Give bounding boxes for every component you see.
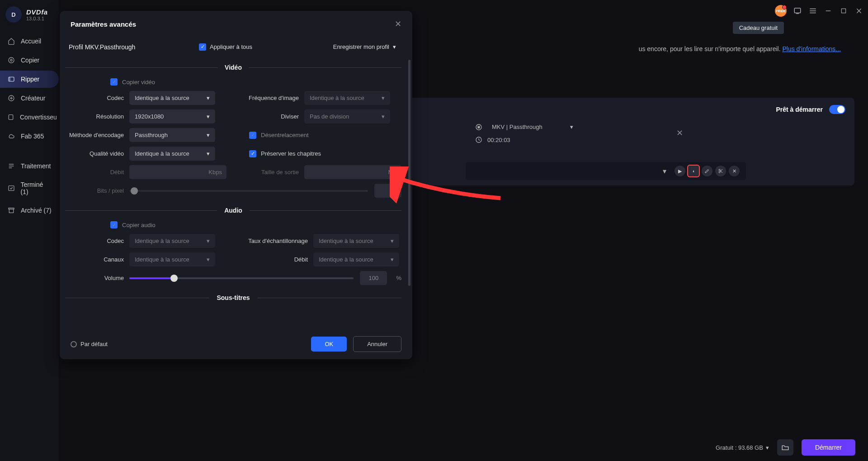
nav-label: Traitement xyxy=(21,162,51,170)
ready-toggle[interactable] xyxy=(829,105,845,114)
free-gift-icon[interactable]: FREE xyxy=(775,5,787,17)
item-actions: ▾ ▶ ✕ xyxy=(466,162,746,180)
svg-rect-1 xyxy=(841,9,845,13)
svg-point-3 xyxy=(10,59,12,61)
minimize-icon[interactable] xyxy=(824,6,833,15)
chevron-down-icon: ▾ xyxy=(382,113,385,120)
bits-pixel-label: Bits / pixel xyxy=(65,187,124,194)
output-folder-button[interactable] xyxy=(777,439,793,456)
save-profile-select[interactable]: Enregistrer mon profil▾ xyxy=(328,41,401,53)
preserve-chapters-checkbox[interactable]: ✓Préserver les chapitres xyxy=(249,150,321,157)
audio-codec-select[interactable]: Identique à la source▾ xyxy=(129,234,215,248)
section-audio: Audio xyxy=(224,207,242,214)
chevron-down-icon: ▾ xyxy=(391,238,394,244)
format-select[interactable]: MKV | Passthrough▾ xyxy=(487,122,578,132)
chevron-down-icon: ▾ xyxy=(570,124,573,130)
encode-method-select[interactable]: Passthrough▾ xyxy=(129,128,215,142)
sidebar-item-fab365[interactable]: Fab 365 xyxy=(0,128,59,145)
start-button[interactable]: Démarrer xyxy=(802,439,855,456)
default-radio[interactable]: Par défaut xyxy=(71,341,108,347)
remove-item-icon[interactable]: ✕ xyxy=(676,128,683,138)
expand-icon[interactable]: ▾ xyxy=(663,167,666,176)
video-codec-select[interactable]: Identique à la source▾ xyxy=(129,91,215,105)
resolution-select[interactable]: 1920x1080▾ xyxy=(129,109,215,124)
framerate-select[interactable]: Identique à la source▾ xyxy=(304,91,390,105)
modal-close-icon[interactable]: ✕ xyxy=(395,19,401,29)
profile-label: Profil MKV.Passthrough xyxy=(65,43,192,51)
ok-button[interactable]: OK xyxy=(311,337,347,352)
scrollbar[interactable] xyxy=(408,60,410,286)
output-size-input xyxy=(304,165,401,179)
cancel-button[interactable]: Annuler xyxy=(353,336,401,352)
nav-label: Créateur xyxy=(21,95,45,102)
disk-free-select[interactable]: Gratuit : 93.68 GB▾ xyxy=(716,444,769,451)
sidebar-item-converter[interactable]: Convertisseu xyxy=(0,109,59,126)
audio-codec-label: Codec xyxy=(65,238,124,244)
sidebar-item-archived[interactable]: Archivé (7) xyxy=(0,202,59,219)
copy-icon xyxy=(7,56,15,64)
clock-icon xyxy=(475,136,483,144)
nav-label: Archivé (7) xyxy=(21,207,52,214)
nav-label: Accueil xyxy=(21,38,41,45)
more-info-link[interactable]: Plus d'informations... xyxy=(782,45,841,52)
chevron-down-icon: ▾ xyxy=(393,43,396,50)
video-quality-select[interactable]: Identique à la source▾ xyxy=(129,147,215,161)
sidebar-item-done[interactable]: Terminé (1) xyxy=(0,176,59,200)
bottombar: Gratuit : 93.68 GB▾ Démarrer xyxy=(59,434,868,461)
output-size-label: Taille de sortie xyxy=(240,169,299,176)
svg-rect-7 xyxy=(9,186,14,191)
sidebar: D DVDfa 13.0.3.1 Accueil Copier Ripper C… xyxy=(0,0,59,461)
sidebar-item-processing[interactable]: Traitement xyxy=(0,157,59,175)
sidebar-item-copy[interactable]: Copier xyxy=(0,52,59,69)
sidebar-item-ripper[interactable]: Ripper xyxy=(0,71,59,88)
deinterlace-checkbox[interactable]: ✓Désentrelacement xyxy=(249,132,309,139)
help-icon[interactable] xyxy=(793,6,802,15)
svg-point-2 xyxy=(9,57,14,63)
close-icon[interactable] xyxy=(854,6,863,15)
format-icon: M xyxy=(475,123,483,131)
checkbox-checked-icon: ✓ xyxy=(199,43,206,51)
ready-label: Prêt à démarrer xyxy=(776,106,823,113)
framerate-label: Fréquence d'image xyxy=(240,95,299,101)
archive-icon xyxy=(7,206,15,214)
encode-method-label: Méthode d'encodage xyxy=(65,132,124,138)
bits-pixel-slider[interactable] xyxy=(129,190,368,192)
sidebar-item-creator[interactable]: Créateur xyxy=(0,90,59,107)
advanced-settings-modal: Paramètres avancés ✕ Profil MKV.Passthro… xyxy=(60,11,412,359)
chevron-down-icon: ▾ xyxy=(207,256,210,263)
svg-rect-9 xyxy=(9,209,13,213)
edit-icon[interactable] xyxy=(702,166,712,176)
audio-bitrate-label: Débit xyxy=(240,256,308,263)
nav-label: Terminé (1) xyxy=(20,181,52,195)
advanced-settings-icon[interactable] xyxy=(688,166,699,176)
nav-label: Ripper xyxy=(21,76,39,83)
chevron-down-icon: ▾ xyxy=(207,132,210,138)
sample-rate-select[interactable]: Identique à la source▾ xyxy=(313,234,399,248)
crop-icon[interactable] xyxy=(715,166,726,176)
split-select[interactable]: Pas de division▾ xyxy=(304,109,390,124)
chevron-down-icon: ▾ xyxy=(207,113,210,120)
audio-bitrate-select[interactable]: Identique à la source▾ xyxy=(313,252,399,266)
menu-icon[interactable] xyxy=(808,6,817,15)
copy-audio-checkbox[interactable]: ✓Copier audio xyxy=(110,221,401,228)
apply-all-checkbox[interactable]: ✓Appliquer à tous xyxy=(199,43,267,51)
modal-title: Paramètres avancés xyxy=(71,20,136,28)
check-icon xyxy=(7,184,15,192)
checkbox-checked-icon: ✓ xyxy=(249,132,256,139)
maximize-icon[interactable] xyxy=(839,6,848,15)
play-icon[interactable]: ▶ xyxy=(675,166,685,176)
sample-rate-label: Taux d'échantillonnage xyxy=(240,238,308,244)
section-video: Vidéo xyxy=(225,64,242,71)
chevron-down-icon: ▾ xyxy=(207,95,210,101)
copy-video-checkbox[interactable]: ✓Copier vidéo xyxy=(110,78,401,86)
checkbox-checked-icon: ✓ xyxy=(249,150,256,157)
volume-value xyxy=(360,271,387,285)
sidebar-item-home[interactable]: Accueil xyxy=(0,33,59,50)
svg-text:M: M xyxy=(478,126,480,128)
channels-select[interactable]: Identique à la source▾ xyxy=(129,252,215,266)
svg-rect-0 xyxy=(794,8,801,13)
bitrate-input xyxy=(129,165,226,179)
list-icon xyxy=(7,162,15,170)
delete-icon[interactable]: ✕ xyxy=(729,166,740,176)
volume-slider[interactable] xyxy=(129,277,354,279)
